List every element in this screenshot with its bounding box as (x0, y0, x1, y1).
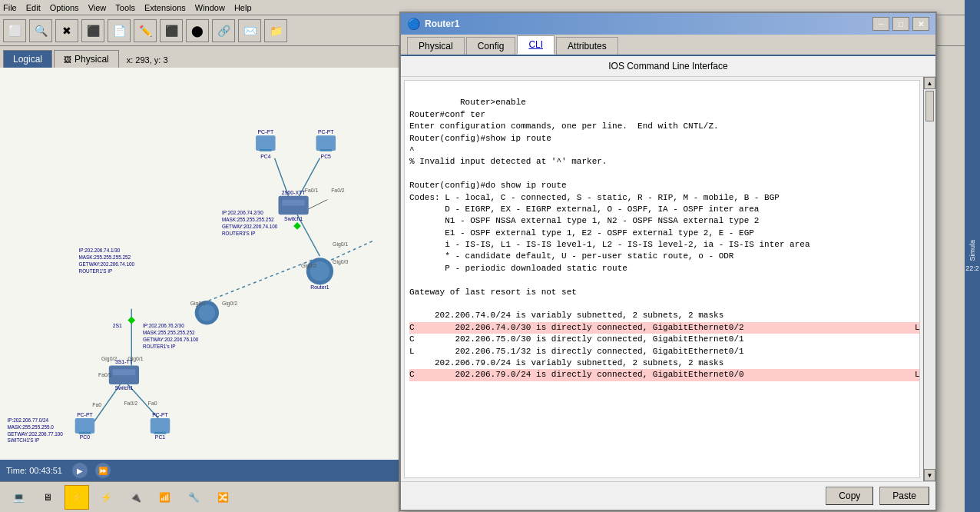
scrollbar-up-button[interactable]: ▲ (924, 77, 935, 89)
toolbar-rect[interactable]: ⬛ (81, 19, 104, 42)
menu-tools[interactable]: Tools (115, 3, 135, 12)
svg-text:Fa0: Fa0 (92, 402, 101, 407)
menu-extensions[interactable]: Extensions (144, 3, 186, 12)
app-container: File Edit Options View Tools Extensions … (0, 0, 980, 512)
time-bar: Time: 00:43:51 ▶ ⏩ (0, 460, 399, 481)
tab-physical[interactable]: 🖼 Physical (54, 50, 119, 68)
tab-logical[interactable]: Logical (3, 50, 52, 68)
svg-text:PC-PT: PC-PT (77, 412, 93, 417)
svg-text:IP:202.206.77.0/24: IP:202.206.77.0/24 (7, 417, 48, 423)
svg-rect-18 (319, 149, 332, 151)
svg-rect-17 (316, 135, 336, 151)
svg-text:IP:202.206.74.1/30: IP:202.206.74.1/30 (79, 248, 121, 253)
scrollbar-down-button[interactable]: ▼ (924, 469, 935, 481)
svg-text:Fa0: Fa0 (148, 401, 157, 406)
svg-rect-22 (282, 200, 304, 206)
svg-text:Switch1: Switch1 (114, 385, 133, 391)
toolbar-folder[interactable]: 📁 (264, 19, 287, 42)
menu-options[interactable]: Options (50, 3, 79, 12)
network-canvas[interactable]: PC-PT PC4 PC-PT PC5 2900-XTT Switch1 R (0, 68, 399, 460)
device-icon-2[interactable]: 🖥 (35, 485, 60, 510)
clock-display: 22:2 (965, 264, 979, 272)
toolbar-pen[interactable]: ✏️ (134, 19, 157, 42)
svg-text:MASK:255.255.255.0: MASK:255.255.255.0 (7, 424, 54, 430)
device-icon-7[interactable]: 🔧 (181, 485, 206, 510)
play-button[interactable]: ▶ (71, 462, 88, 479)
scrollbar-track[interactable] (924, 89, 935, 469)
svg-text:SWITCH1'S IP: SWITCH1'S IP (7, 437, 39, 443)
tab-cli[interactable]: CLI (517, 46, 555, 55)
menu-file[interactable]: File (3, 3, 17, 12)
copy-button[interactable]: Copy (826, 487, 873, 505)
toolbar-note[interactable]: 📄 (108, 19, 131, 42)
svg-text:ROUTER1'S IP: ROUTER1'S IP (79, 268, 113, 274)
svg-text:Switch1: Switch1 (284, 216, 303, 221)
device-icon-3[interactable]: ⚡ (65, 485, 89, 510)
simulate-label: Simula (968, 240, 976, 261)
right-accent-bar: Simula 22:2 (965, 46, 980, 512)
device-icon-8[interactable]: 🔀 (210, 485, 235, 510)
toolbar-zoom[interactable]: 🔍 (29, 19, 52, 42)
network-diagram: PC-PT PC4 PC-PT PC5 2900-XTT Switch1 R (0, 68, 399, 460)
svg-text:Gig0/2: Gig0/2 (222, 301, 237, 307)
svg-text:PC0: PC0 (80, 434, 91, 440)
fast-forward-button[interactable]: ⏩ (94, 462, 111, 479)
svg-text:Fa0/2: Fa0/2 (331, 188, 345, 193)
svg-text:Gig0/2: Gig0/2 (301, 263, 316, 269)
svg-text:Fa0/2: Fa0/2 (124, 401, 137, 406)
cli-output[interactable]: Router>enable Router#conf ter Enter conf… (404, 80, 920, 478)
toolbar-email[interactable]: ✉️ (238, 19, 261, 42)
coord-display: x: 293, y: 3 (127, 55, 168, 68)
svg-marker-9 (293, 222, 301, 230)
paste-button[interactable]: Paste (879, 487, 929, 505)
time-display: Time: 00:43:51 (6, 466, 62, 475)
svg-text:MASK:255.255.255.252: MASK:255.255.255.252 (143, 330, 195, 335)
tab-physical[interactable]: Physical (407, 46, 465, 55)
svg-text:PC-PT: PC-PT (152, 412, 168, 417)
tab-attributes[interactable]: Attributes (556, 46, 618, 55)
toolbar-close[interactable]: ✖ (55, 19, 78, 42)
svg-rect-14 (260, 149, 272, 151)
menu-help[interactable]: Help (234, 3, 252, 12)
svg-text:MASK:255.255.255.252: MASK:255.255.255.252 (222, 217, 274, 222)
cli-highlighted-line-4: L 202.206.79.100/32 is directly connecte… (915, 369, 920, 381)
window-footer: Copy Paste (401, 481, 935, 510)
svg-text:2900-XTT: 2900-XTT (282, 190, 306, 195)
svg-text:GETWAY:202.206.77.100: GETWAY:202.206.77.100 (7, 431, 63, 437)
svg-text:PC-PT: PC-PT (318, 129, 334, 135)
svg-text:Gig0/1: Gig0/1 (190, 301, 206, 307)
device-icon-1[interactable]: 💻 (6, 485, 31, 510)
svg-text:2S1: 2S1 (113, 323, 122, 328)
tab-config[interactable]: Config (466, 46, 516, 55)
window-tab-bar: Physical Config CLI Attributes (401, 46, 935, 56)
cli-container: Router>enable Router#conf ter Enter conf… (401, 77, 935, 481)
router1-window: 🔵 Router1 ─ □ ✕ Physical Config CLI Attr… (399, 46, 937, 511)
svg-text:GETWAY:202.206.74.100: GETWAY:202.206.74.100 (222, 224, 278, 229)
scrollbar-thumb[interactable] (925, 91, 934, 121)
svg-text:IP:202.206.76.2/30: IP:202.206.76.2/30 (143, 323, 184, 328)
menu-edit[interactable]: Edit (26, 3, 41, 12)
svg-text:PC1: PC1 (155, 434, 166, 440)
toolbar-select[interactable]: ⬜ (3, 19, 26, 42)
toolbar-link[interactable]: 🔗 (212, 19, 235, 42)
menu-window[interactable]: Window (195, 3, 225, 12)
toolbar-oval[interactable]: ⬤ (186, 19, 209, 42)
svg-rect-13 (256, 135, 276, 151)
cli-scrollbar[interactable]: ▲ ▼ (923, 77, 935, 481)
device-icon-6[interactable]: 📶 (152, 485, 177, 510)
svg-text:Router1: Router1 (310, 284, 329, 290)
svg-text:ROUTER1's IP: ROUTER1's IP (143, 344, 176, 349)
svg-text:Gig0/2: Gig0/2 (101, 356, 117, 362)
cli-highlighted-line-2: L 202.206.74.2/32 is directly connected,… (915, 322, 920, 334)
svg-text:GETWAY:202.206.76.100: GETWAY:202.206.76.100 (143, 337, 199, 342)
menu-view[interactable]: View (88, 3, 107, 12)
device-icon-5[interactable]: 🔌 (123, 485, 147, 510)
svg-point-29 (199, 304, 216, 321)
toolbar-shape[interactable]: ⬛ (160, 19, 183, 42)
svg-text:Fa0/1: Fa0/1 (98, 372, 112, 377)
main-area: Logical 🖼 Physical x: 293, y: 3 (0, 46, 980, 512)
svg-text:Fa0/1: Fa0/1 (305, 188, 319, 193)
svg-text:ROUTER3'S IP: ROUTER3'S IP (222, 231, 256, 236)
svg-text:PC4: PC4 (260, 154, 271, 159)
device-icon-4[interactable]: ⚡ (94, 485, 118, 510)
